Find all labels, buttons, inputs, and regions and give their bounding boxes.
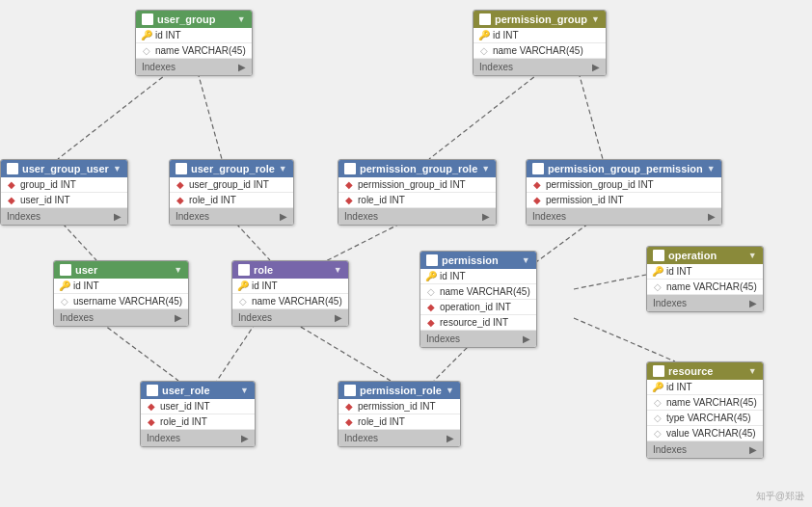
table-indexes-user_group[interactable]: Indexes▶ <box>136 59 252 75</box>
indexes-label: Indexes <box>479 62 513 72</box>
table-header-permission[interactable]: permission▼ <box>420 252 536 269</box>
field-text: name VARCHAR(45) <box>666 281 757 292</box>
dropdown-arrow-icon[interactable]: ▼ <box>240 386 249 395</box>
table-indexes-permission_group_role[interactable]: Indexes▶ <box>338 208 496 225</box>
table-name-user_group: user_group <box>157 13 216 25</box>
dropdown-arrow-icon[interactable]: ▼ <box>522 255 530 265</box>
dropdown-arrow-icon[interactable]: ▼ <box>334 265 342 275</box>
table-header-resource[interactable]: resource▼ <box>647 362 763 380</box>
table-indexes-user_group_user[interactable]: Indexes▶ <box>1 208 127 225</box>
dropdown-arrow-icon[interactable]: ▼ <box>237 14 246 24</box>
field-text: id INT <box>252 280 278 291</box>
fk-icon: ◆ <box>344 196 354 205</box>
table-header-permission_group[interactable]: permission_group▼ <box>474 11 606 28</box>
dropdown-arrow-icon[interactable]: ▼ <box>591 14 600 24</box>
table-header-user_group[interactable]: user_group▼ <box>136 11 252 28</box>
table-row: ◇name VARCHAR(45) <box>647 280 763 295</box>
table-icon <box>653 365 664 377</box>
indexes-label: Indexes <box>142 62 176 72</box>
table-indexes-resource[interactable]: Indexes▶ <box>647 441 763 458</box>
indexes-arrow-icon: ▶ <box>114 211 122 222</box>
dropdown-arrow-icon[interactable]: ▼ <box>279 164 287 173</box>
table-name-permission_group_role: permission_group_role <box>360 163 477 174</box>
table-row: ◆permission_id INT <box>527 193 721 208</box>
table-header-operation[interactable]: operation▼ <box>647 247 763 264</box>
table-header-role[interactable]: role▼ <box>232 261 348 279</box>
fk-icon: ◆ <box>176 196 185 205</box>
table-operation: operation▼🔑id INT◇name VARCHAR(45)Indexe… <box>646 246 764 312</box>
fk-icon: ◆ <box>344 417 354 427</box>
indexes-arrow-icon: ▶ <box>241 433 249 443</box>
fk-icon: ◆ <box>344 402 354 412</box>
table-name-resource: resource <box>668 365 713 377</box>
svg-line-4 <box>63 224 96 260</box>
pk-icon: 🔑 <box>653 383 663 392</box>
table-indexes-permission_group_permission[interactable]: Indexes▶ <box>527 208 721 225</box>
table-header-permission_role[interactable]: permission_role▼ <box>338 382 460 399</box>
dropdown-arrow-icon[interactable]: ▼ <box>446 386 454 395</box>
field-text: id INT <box>73 280 99 291</box>
indexes-arrow-icon: ▶ <box>482 211 490 222</box>
field-text: permission_id INT <box>546 195 624 205</box>
diamond-icon: ◇ <box>653 414 663 423</box>
table-icon <box>532 163 544 174</box>
indexes-label: Indexes <box>147 433 180 443</box>
table-indexes-permission[interactable]: Indexes▶ <box>420 331 536 347</box>
table-header-permission_group_permission[interactable]: permission_group_permission▼ <box>527 160 721 177</box>
table-row: ◇type VARCHAR(45) <box>647 411 763 426</box>
table-header-user_group_user[interactable]: user_group_user▼ <box>1 160 127 177</box>
table-header-permission_group_role[interactable]: permission_group_role▼ <box>338 160 496 177</box>
table-indexes-permission_group[interactable]: Indexes▶ <box>474 59 606 75</box>
table-role: role▼🔑id INT◇name VARCHAR(45)Indexes▶ <box>231 260 349 327</box>
fk-icon: ◆ <box>147 402 156 412</box>
field-text: id INT <box>666 382 692 392</box>
fk-icon: ◆ <box>426 318 436 328</box>
svg-line-2 <box>429 72 540 159</box>
indexes-arrow-icon: ▶ <box>175 312 182 323</box>
table-icon <box>344 163 356 174</box>
diagram-canvas: user_group▼🔑id INT◇name VARCHAR(45)Index… <box>0 0 812 507</box>
dropdown-arrow-icon[interactable]: ▼ <box>748 366 757 376</box>
table-name-user_group_role: user_group_role <box>191 163 275 174</box>
indexes-arrow-icon: ▶ <box>592 62 600 72</box>
table-header-user_role[interactable]: user_role▼ <box>141 382 255 399</box>
fk-icon: ◆ <box>7 180 16 190</box>
table-user_group_user: user_group_user▼◆group_id INT◆user_id IN… <box>0 159 128 226</box>
table-indexes-permission_role[interactable]: Indexes▶ <box>338 430 460 446</box>
diamond-icon: ◇ <box>653 398 663 408</box>
table-indexes-role[interactable]: Indexes▶ <box>232 309 348 326</box>
diamond-icon: ◇ <box>479 46 489 56</box>
field-text: role_id INT <box>358 195 405 205</box>
table-icon <box>479 13 491 25</box>
table-row: 🔑id INT <box>420 269 536 284</box>
dropdown-arrow-icon[interactable]: ▼ <box>707 164 716 173</box>
field-text: role_id INT <box>358 416 405 427</box>
table-indexes-operation[interactable]: Indexes▶ <box>647 295 763 311</box>
table-row: ◆role_id INT <box>170 193 293 208</box>
dropdown-arrow-icon[interactable]: ▼ <box>113 164 122 173</box>
table-permission_group_permission: permission_group_permission▼◆permission_… <box>526 159 722 226</box>
table-indexes-user[interactable]: Indexes▶ <box>54 309 188 326</box>
field-text: user_id INT <box>160 401 210 412</box>
field-text: value VARCHAR(45) <box>666 428 756 439</box>
dropdown-arrow-icon[interactable]: ▼ <box>481 164 490 173</box>
table-indexes-user_group_role[interactable]: Indexes▶ <box>170 208 293 225</box>
table-icon <box>344 385 356 396</box>
dropdown-arrow-icon[interactable]: ▼ <box>174 265 182 275</box>
table-icon <box>142 13 153 25</box>
indexes-label: Indexes <box>532 211 566 222</box>
field-text: operation_id INT <box>440 302 511 312</box>
table-indexes-user_role[interactable]: Indexes▶ <box>141 430 255 446</box>
table-header-user_group_role[interactable]: user_group_role▼ <box>170 160 293 177</box>
table-row: ◇username VARCHAR(45) <box>54 294 188 309</box>
indexes-arrow-icon: ▶ <box>280 211 287 222</box>
field-text: permission_group_id INT <box>546 179 654 190</box>
svg-line-3 <box>579 72 603 159</box>
table-header-user[interactable]: user▼ <box>54 261 188 279</box>
table-body-permission_group_permission: ◆permission_group_id INT◆permission_id I… <box>527 177 721 208</box>
table-name-user: user <box>75 264 97 276</box>
table-permission_role: permission_role▼◆permission_id INT◆role_… <box>338 381 461 447</box>
dropdown-arrow-icon[interactable]: ▼ <box>748 251 757 260</box>
table-body-role: 🔑id INT◇name VARCHAR(45) <box>232 279 348 309</box>
diamond-icon: ◇ <box>238 297 248 307</box>
